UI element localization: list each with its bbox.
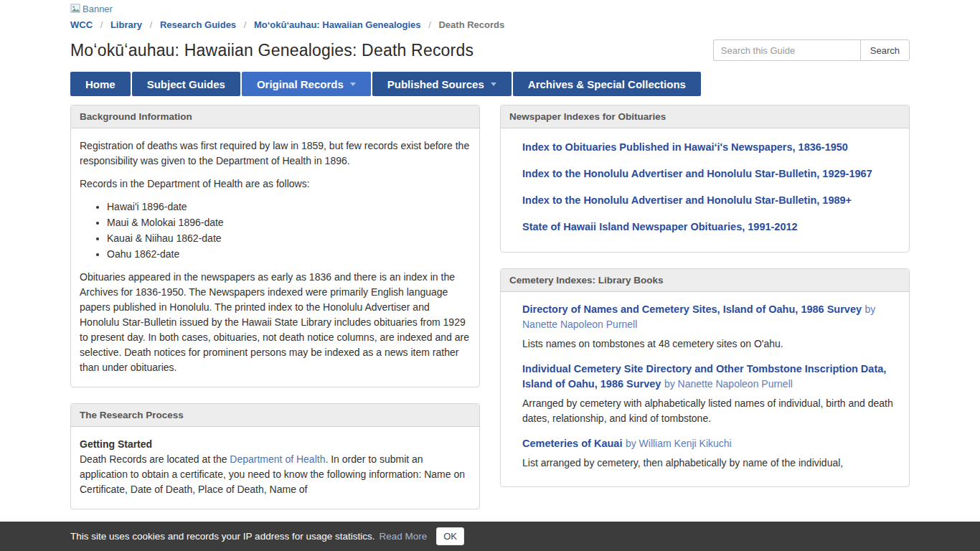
newspaper-indexes-body: Index to Obituaries Published in Hawaiʻi… — [501, 128, 909, 252]
tab-published-sources-label: Published Sources — [387, 78, 484, 90]
book-entry: Individual Cemetery Site Directory and O… — [522, 362, 900, 426]
obituary-index-link-1[interactable]: Index to Obituaries Published in Hawaiʻi… — [522, 140, 900, 155]
getting-started-text: Death Records are located at the Departm… — [80, 452, 471, 497]
record-date-list: Hawai'i 1896-date Maui & Molokai 1896-da… — [107, 199, 471, 262]
breadcrumb: WCC / Library / Research Guides / Moʻokū… — [70, 19, 910, 30]
tab-archives-label: Archives & Special Collections — [528, 78, 686, 90]
read-more-link[interactable]: Read More — [379, 531, 427, 542]
book-description: Lists names on tombstones at 48 cemetery… — [522, 336, 900, 352]
breadcrumb-current-page: Death Records — [438, 19, 504, 30]
getting-started-heading: Getting Started — [80, 437, 471, 452]
breadcrumb-research-guides[interactable]: Research Guides — [160, 19, 236, 30]
breadcrumb-library[interactable]: Library — [110, 19, 142, 30]
guide-nav: Home Subject Guides Original Records Pub… — [70, 72, 910, 96]
book-author: by Nanette Napoleon Purnell — [664, 378, 793, 390]
cookie-notice-bar: This site uses cookies and records your … — [0, 522, 980, 551]
breadcrumb-separator: / — [150, 19, 153, 30]
research-process-box: The Research Process Getting Started Dea… — [70, 403, 480, 509]
cemetery-indexes-body: Directory of Names and Cemetery Sites, I… — [501, 292, 909, 486]
book-author: by William Kenji Kikuchi — [626, 438, 732, 449]
banner-broken-image: Banner — [70, 4, 113, 14]
book-description: List arranged by cemetery, then alphabet… — [522, 456, 900, 471]
breadcrumb-guide[interactable]: Moʻokūʻauhau: Hawaiian Genealogies — [254, 19, 421, 30]
book-description: Arranged by cemetery with alphabetically… — [522, 396, 900, 426]
left-column: Background Information Registration of d… — [70, 105, 480, 509]
newspaper-indexes-box: Newspaper Indexes for Obituaries Index t… — [500, 105, 910, 253]
page-container: Banner WCC / Library / Research Guides /… — [70, 0, 910, 509]
broken-image-icon — [70, 4, 81, 14]
text-before-link: Death Records are located at the — [80, 453, 230, 465]
list-item: Kauai & Niihau 1862-date — [107, 231, 471, 246]
search-button[interactable]: Search — [860, 39, 910, 61]
breadcrumb-separator: / — [244, 19, 247, 30]
cookie-message: This site uses cookies and records your … — [70, 531, 374, 542]
background-paragraph-1: Registration of deaths was first require… — [80, 138, 471, 169]
tab-subject-guides-label: Subject Guides — [147, 78, 225, 90]
background-paragraph-2: Records in the Department of Health are … — [80, 176, 471, 192]
obituary-index-link-4[interactable]: State of Hawaii Island Newspaper Obituar… — [522, 220, 900, 235]
book-title-link[interactable]: Cemeteries of Kauai — [522, 438, 622, 449]
background-paragraph-3: Obituaries appeared in the newspapers as… — [80, 270, 471, 375]
list-item: Oahu 1862-date — [107, 247, 471, 262]
page-title: Moʻokūʻauhau: Hawaiian Genealogies: Deat… — [70, 41, 473, 60]
book-entry: Directory of Names and Cemetery Sites, I… — [522, 302, 900, 352]
box-title-research-process: The Research Process — [71, 404, 479, 427]
banner-row: Banner — [70, 0, 910, 15]
breadcrumb-wcc[interactable]: WCC — [70, 19, 93, 30]
cookie-ok-button[interactable]: OK — [436, 527, 464, 545]
right-column: Newspaper Indexes for Obituaries Index t… — [500, 105, 910, 487]
research-process-body: Getting Started Death Records are locate… — [71, 427, 479, 509]
obituary-index-link-2[interactable]: Index to the Honolulu Advertiser and Hon… — [522, 166, 900, 182]
tab-home-label: Home — [85, 78, 116, 90]
department-of-health-link[interactable]: Department of Health — [230, 453, 325, 465]
search-input[interactable] — [713, 39, 860, 61]
breadcrumb-separator: / — [428, 19, 431, 30]
tab-subject-guides[interactable]: Subject Guides — [132, 72, 240, 96]
tab-original-records-label: Original Records — [257, 78, 344, 90]
box-title-background-information: Background Information — [71, 105, 479, 128]
tab-published-sources[interactable]: Published Sources — [372, 72, 512, 96]
tab-original-records[interactable]: Original Records — [242, 72, 371, 96]
guide-search: Search — [713, 39, 910, 61]
banner-alt-text: Banner — [83, 4, 113, 14]
content-columns: Background Information Registration of d… — [70, 105, 910, 509]
tab-home[interactable]: Home — [70, 72, 131, 96]
cookie-notice-inner: This site uses cookies and records your … — [70, 522, 910, 551]
tab-archives-special-collections[interactable]: Archives & Special Collections — [513, 72, 701, 96]
chevron-down-icon — [491, 83, 496, 86]
breadcrumb-separator: / — [100, 19, 103, 30]
box-title-cemetery-indexes: Cemetery Indexes: Library Books — [501, 269, 909, 292]
obituary-index-link-3[interactable]: Index to the Honolulu Advertiser and Hon… — [522, 193, 900, 208]
list-item: Hawai'i 1896-date — [107, 199, 471, 215]
book-entry: Cemeteries of Kauai by William Kenji Kik… — [522, 436, 900, 471]
background-information-body: Registration of deaths was first require… — [71, 128, 479, 387]
list-item: Maui & Molokai 1896-date — [107, 215, 471, 230]
box-title-newspaper-indexes: Newspaper Indexes for Obituaries — [501, 105, 909, 128]
background-information-box: Background Information Registration of d… — [70, 105, 480, 387]
cemetery-indexes-box: Cemetery Indexes: Library Books Director… — [500, 268, 910, 487]
book-title-link[interactable]: Directory of Names and Cemetery Sites, I… — [522, 303, 862, 315]
chevron-down-icon — [350, 83, 356, 86]
title-row: Moʻokūʻauhau: Hawaiian Genealogies: Deat… — [70, 39, 910, 61]
